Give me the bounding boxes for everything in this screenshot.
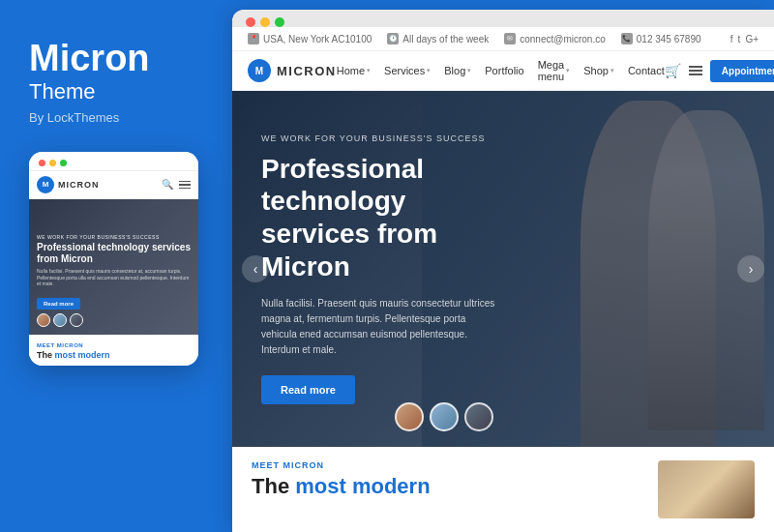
mobile-hero-desc: Nulla facilisi. Praesent quis mauris con… <box>37 268 191 287</box>
hero-title-line1: Professional technology <box>261 154 424 217</box>
browser-dot-red[interactable] <box>246 17 255 27</box>
mobile-dot-red <box>39 160 45 166</box>
location-icon: 📍 <box>248 33 259 44</box>
hero-title-line2: services from Micron <box>261 219 437 281</box>
top-info-bar: 📍 USA, New York AC10100 🕐 All days of th… <box>232 27 774 51</box>
nav-chevron-shop: ▾ <box>610 67 614 74</box>
social-icons: f t G+ <box>730 34 759 44</box>
hero-avatar-3 <box>464 402 493 431</box>
mobile-meet-title-blue: most modern <box>55 350 110 360</box>
browser-window-dots <box>246 17 284 27</box>
nav-item-contact-label: Contact <box>628 65 665 76</box>
meet-title: The most modern <box>252 474 639 499</box>
googleplus-icon[interactable]: G+ <box>745 34 759 44</box>
hero-content: WE WORK FOR YOUR BUSINESS'S SUCCESS Prof… <box>232 91 530 447</box>
mobile-menu-icon <box>179 181 191 190</box>
hero-avatar-2 <box>430 402 459 431</box>
mobile-hero: WE WORK FOR YOUR BUSINESS'S SUCCESS Prof… <box>29 199 198 335</box>
browser-dot-green[interactable] <box>275 17 284 27</box>
twitter-icon[interactable]: t <box>738 34 741 44</box>
mobile-logo-text: MICRON <box>58 180 100 190</box>
email-icon: ✉ <box>504 33 516 44</box>
ham-line-2 <box>689 70 702 72</box>
mobile-nav-bar: M MICRON 🔍 <box>29 171 198 199</box>
browser-dot-yellow[interactable] <box>260 17 270 27</box>
nav-item-shop[interactable]: Shop ▾ <box>583 65 614 76</box>
mobile-meet-label: MEET MICRON <box>37 342 191 348</box>
hero-prev-arrow[interactable]: ‹ <box>242 255 269 282</box>
cart-icon[interactable]: 🛒 <box>665 63 681 78</box>
nav-item-services-label: Services <box>384 65 425 76</box>
nav-right: 🛒 Appointment <box>665 60 774 82</box>
nav-chevron-services: ▾ <box>427 67 431 74</box>
hero-section: WE WORK FOR YOUR BUSINESS'S SUCCESS Prof… <box>232 91 774 447</box>
meet-image-inner <box>658 460 755 518</box>
mobile-hero-label: WE WORK FOR YOUR BUSINESS'S SUCCESS <box>37 234 191 240</box>
mobile-dot-yellow <box>49 160 56 166</box>
nav-item-shop-label: Shop <box>583 65 609 76</box>
nav-item-blog-label: Blog <box>444 65 465 76</box>
hamburger-icon[interactable] <box>689 66 702 75</box>
ham-line-3 <box>689 74 702 75</box>
mobile-meet-title: The most modern <box>37 350 191 360</box>
hero-next-arrow[interactable]: › <box>737 255 764 282</box>
mobile-top-bar <box>29 152 198 171</box>
info-phone: 📞 012 345 67890 <box>621 33 701 44</box>
mobile-avatar-1 <box>37 313 50 327</box>
nav-item-mega-menu-label: Mega menu <box>538 59 565 82</box>
meet-label: MEET MICRON <box>252 460 639 470</box>
nav-item-services[interactable]: Services ▾ <box>384 65 431 76</box>
nav-logo: M MICRON <box>248 59 337 82</box>
mobile-logo-area: M MICRON <box>37 176 100 193</box>
clock-icon: 🕐 <box>387 33 399 44</box>
browser-chrome <box>232 10 774 27</box>
mobile-nav-icons: 🔍 <box>162 179 191 190</box>
nav-item-home[interactable]: Home ▾ <box>337 65 371 76</box>
brand-subtitle: Theme <box>29 79 203 104</box>
nav-logo-text: MICRON <box>277 64 337 78</box>
mobile-search-icon: 🔍 <box>162 179 173 190</box>
phone-text: 012 345 67890 <box>637 34 701 44</box>
meet-title-text: The <box>252 474 295 498</box>
hero-avatar-1 <box>395 402 424 431</box>
hero-avatars <box>395 402 493 431</box>
info-hours: 🕐 All days of the week <box>387 33 489 44</box>
main-nav: M MICRON Home ▾ Services ▾ Blog ▾ Portfo… <box>232 51 774 91</box>
hero-title: Professional technology services from Mi… <box>261 153 501 282</box>
brand-by: By LockThemes <box>29 110 203 125</box>
info-items: 📍 USA, New York AC10100 🕐 All days of th… <box>248 33 701 44</box>
meet-content: MEET MICRON The most modern <box>252 460 639 499</box>
mobile-avatar-2 <box>53 313 67 327</box>
right-panel: 📍 USA, New York AC10100 🕐 All days of th… <box>232 10 774 532</box>
nav-item-blog[interactable]: Blog ▾ <box>444 65 471 76</box>
info-address: 📍 USA, New York AC10100 <box>248 33 372 44</box>
address-text: USA, New York AC10100 <box>263 34 372 44</box>
appointment-button[interactable]: Appointment <box>710 60 774 82</box>
mobile-dot-green <box>60 160 67 166</box>
left-panel: Micron Theme By LockThemes M MICRON 🔍 <box>0 0 232 532</box>
nav-item-contact[interactable]: Contact <box>628 65 665 76</box>
nav-item-mega-menu[interactable]: Mega menu ▾ <box>538 59 571 82</box>
hero-label: WE WORK FOR YOUR BUSINESS'S SUCCESS <box>261 133 501 143</box>
email-text: connect@micron.co <box>520 34 606 44</box>
meet-section: MEET MICRON The most modern <box>232 447 774 532</box>
meet-title-blue: most modern <box>295 474 430 498</box>
mobile-window-dots <box>39 160 67 166</box>
nav-chevron-home: ▾ <box>367 67 371 74</box>
info-email: ✉ connect@micron.co <box>504 33 606 44</box>
mobile-read-more-button[interactable]: Read more <box>37 298 80 310</box>
nav-chevron-mega: ▾ <box>566 67 570 74</box>
nav-item-home-label: Home <box>337 65 365 76</box>
mobile-avatar-3 <box>70 313 83 327</box>
mobile-hero-content: WE WORK FOR YOUR BUSINESS'S SUCCESS Prof… <box>29 226 198 335</box>
facebook-icon[interactable]: f <box>730 34 733 44</box>
meet-image <box>658 460 755 518</box>
hero-read-more-button[interactable]: Read more <box>261 375 355 404</box>
nav-item-portfolio[interactable]: Portfolio <box>485 65 523 76</box>
mobile-avatars <box>37 313 191 327</box>
mobile-mockup: M MICRON 🔍 WE WORK FOR YOUR BUSINESS'S S… <box>29 152 198 366</box>
hero-description: Nulla facilisi. Praesent quis mauris con… <box>261 296 501 358</box>
brand-title: Micron <box>29 39 203 79</box>
ham-line-1 <box>689 66 702 68</box>
hours-text: All days of the week <box>402 34 489 44</box>
